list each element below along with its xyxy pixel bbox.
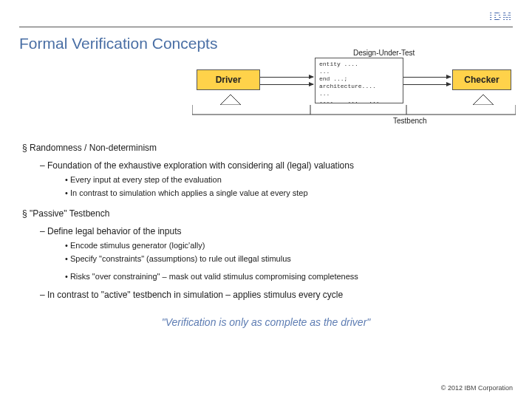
svg-marker-0 (220, 95, 241, 105)
brand-text: IBM (489, 10, 513, 22)
brand-logo: IBM (489, 10, 513, 22)
bullet-l3: In contrast to simulation which applies … (65, 187, 513, 200)
bullet-l3: Risks "over constraining" – mask out val… (65, 270, 513, 283)
bullet-l3: Specify "constraints" (assumptions) to r… (65, 253, 513, 265)
up-arrow-icon (473, 95, 494, 105)
bullet-l2: Define legal behavior of the inputs (40, 225, 513, 238)
diagram: Design-Under-Test Driver entity .... ...… (192, 49, 517, 129)
bullet-l3: Encode stimulus generator (logic'ally) (65, 239, 513, 252)
bullet-l2: Foundation of the exhaustive exploration… (40, 159, 513, 172)
slide: IBM Formal Verification Concepts Design-… (0, 0, 532, 399)
svg-marker-1 (473, 95, 494, 105)
testbench-label: Testbench (393, 117, 427, 125)
arrow-icon (260, 77, 313, 78)
up-arrow-icon (220, 95, 241, 105)
arrow-icon (403, 84, 451, 85)
testbench-bracket-icon (192, 105, 516, 115)
arrow-icon (260, 84, 313, 85)
driver-box: Driver (197, 69, 260, 90)
code-box: entity .... ... end ...; architecture...… (315, 58, 403, 103)
dut-label: Design-Under-Test (353, 49, 415, 57)
arrow-icon (403, 77, 451, 78)
footer-copyright: © 2012 IBM Corporation (441, 384, 513, 392)
quote: "Verification is only as complete as the… (19, 315, 513, 330)
bullet-l1: "Passive" Testbench (22, 207, 513, 220)
content: Randomness / Non-determinism Foundation … (19, 141, 513, 330)
bullet-l2: In contrast to "active" testbench in sim… (40, 288, 513, 301)
header-rule (19, 27, 513, 27)
bullet-l1: Randomness / Non-determinism (22, 141, 513, 154)
bullet-l3: Every input at every step of the evaluat… (65, 174, 513, 186)
checker-box: Checker (452, 69, 511, 90)
